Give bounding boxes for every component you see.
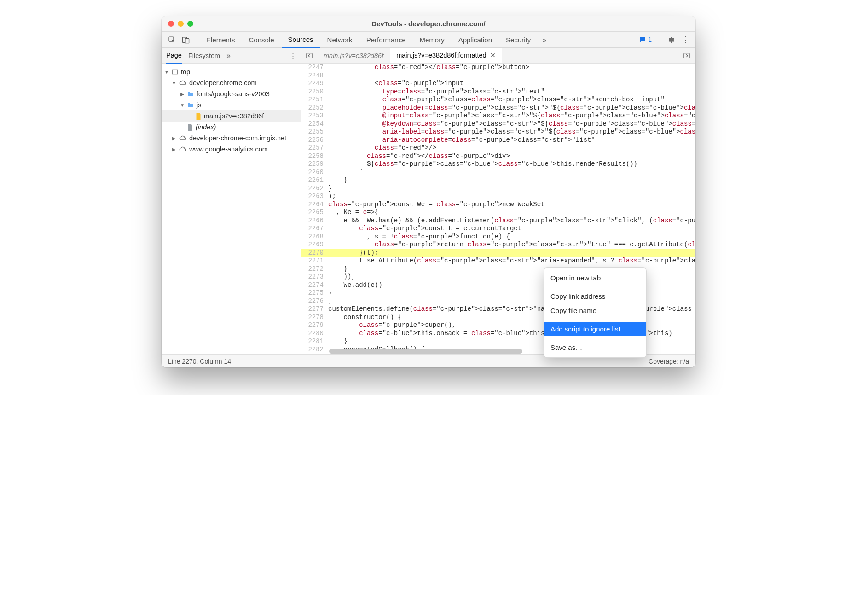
line-number[interactable]: 2254: [301, 120, 328, 128]
tab-console[interactable]: Console: [243, 32, 281, 48]
line-number[interactable]: 2258: [301, 152, 328, 160]
line-number[interactable]: 2275: [301, 289, 328, 296]
code-line[interactable]: 2265 , Ke = e=>{: [301, 209, 695, 217]
tree-node-file-selected[interactable]: main.js?v=e382d86f: [162, 110, 301, 122]
line-number[interactable]: 2253: [301, 112, 328, 119]
line-number[interactable]: 2256: [301, 136, 328, 144]
code-line[interactable]: 2270 }(t);: [301, 249, 695, 257]
code-line[interactable]: 2261 }: [301, 176, 695, 185]
navigator-more-icon[interactable]: ⋮: [290, 52, 296, 59]
tabs-overflow[interactable]: »: [538, 32, 551, 48]
line-number[interactable]: 2264: [301, 201, 328, 208]
code-line[interactable]: 2269 class="c-purple">return class="c-pu…: [301, 241, 695, 249]
horizontal-scrollbar[interactable]: [329, 349, 522, 354]
tab-network[interactable]: Network: [321, 32, 359, 48]
line-number[interactable]: 2271: [301, 257, 328, 264]
line-number[interactable]: 2268: [301, 233, 328, 240]
line-number[interactable]: 2266: [301, 217, 328, 224]
line-content: , Ke = e=>{: [328, 209, 695, 216]
tab-security[interactable]: Security: [499, 32, 537, 48]
code-line[interactable]: 2247 class="c-red"></class="c-purple">bu…: [301, 64, 695, 72]
line-number[interactable]: 2261: [301, 176, 328, 184]
tree-node-ga[interactable]: ▶ www.google-analytics.com: [162, 144, 301, 155]
line-number[interactable]: 2248: [301, 72, 328, 79]
tab-memory[interactable]: Memory: [413, 32, 451, 48]
line-number[interactable]: 2276: [301, 297, 328, 305]
tab-elements[interactable]: Elements: [200, 32, 242, 48]
code-line[interactable]: 2259 ${class="c-purple">class="c-blue">c…: [301, 160, 695, 169]
code-line[interactable]: 2271 t.setAttribute(class="c-purple">cla…: [301, 257, 695, 265]
line-number[interactable]: 2263: [301, 192, 328, 200]
file-tab-formatted[interactable]: main.js?v=e382d86f:formatted ✕: [390, 48, 502, 63]
code-line[interactable]: 2268 , s = !class="c-purple">function(e)…: [301, 233, 695, 241]
nav-back-icon[interactable]: [301, 52, 317, 59]
code-line[interactable]: 2251 class="c-purple">class=class="c-pur…: [301, 96, 695, 104]
line-number[interactable]: 2279: [301, 321, 328, 329]
code-line[interactable]: 2250 type=class="c-purple">class="c-str"…: [301, 88, 695, 96]
ctx-copy-link[interactable]: Copy link address: [544, 289, 646, 303]
line-number[interactable]: 2250: [301, 88, 328, 95]
navigator-tabs-overflow[interactable]: »: [226, 52, 231, 60]
code-line[interactable]: 2263);: [301, 192, 695, 201]
kebab-menu-icon[interactable]: ⋮: [679, 32, 692, 48]
tree-node-index[interactable]: (index): [162, 122, 301, 133]
line-number[interactable]: 2267: [301, 225, 328, 232]
line-number[interactable]: 2259: [301, 160, 328, 168]
line-number[interactable]: 2252: [301, 104, 328, 111]
line-number[interactable]: 2260: [301, 169, 328, 176]
line-number[interactable]: 2282: [301, 346, 328, 353]
tree-node-top[interactable]: ▼ top: [162, 66, 301, 77]
inspect-element-icon[interactable]: [165, 32, 178, 48]
ctx-save-as[interactable]: Save as…: [544, 340, 646, 354]
line-number[interactable]: 2280: [301, 330, 328, 337]
settings-gear-icon[interactable]: [664, 32, 677, 48]
ctx-add-ignore-list[interactable]: Add script to ignore list: [544, 322, 646, 336]
code-line[interactable]: 2267 class="c-purple">const t = e.curren…: [301, 225, 695, 233]
ctx-copy-file[interactable]: Copy file name: [544, 303, 646, 318]
navigator-tab-page[interactable]: Page: [166, 48, 182, 64]
line-number[interactable]: 2274: [301, 281, 328, 289]
tree-node-imgix[interactable]: ▶ developer-chrome-com.imgix.net: [162, 133, 301, 144]
line-number[interactable]: 2272: [301, 265, 328, 273]
line-number[interactable]: 2273: [301, 273, 328, 280]
show-debugger-icon[interactable]: [678, 52, 695, 59]
navigator-tab-filesystem[interactable]: Filesystem: [188, 48, 220, 64]
file-tree[interactable]: ▼ top ▼ developer.chrome.com ▶ fonts/goo…: [162, 64, 301, 354]
code-line[interactable]: 2254 @keydown=class="c-purple">class="c-…: [301, 120, 695, 128]
code-line[interactable]: 2257 class="c-red">/>: [301, 144, 695, 152]
code-line[interactable]: 2264class="c-purple">const We = class="c…: [301, 201, 695, 209]
line-number[interactable]: 2255: [301, 128, 328, 135]
line-number[interactable]: 2249: [301, 80, 328, 87]
line-number[interactable]: 2270: [301, 249, 328, 256]
line-number[interactable]: 2278: [301, 314, 328, 321]
tree-node-fonts[interactable]: ▶ fonts/google-sans-v2003: [162, 88, 301, 99]
close-tab-icon[interactable]: ✕: [490, 52, 496, 59]
line-number[interactable]: 2269: [301, 241, 328, 248]
tree-node-domain[interactable]: ▼ developer.chrome.com: [162, 77, 301, 88]
line-number[interactable]: 2251: [301, 96, 328, 103]
file-tab-original[interactable]: main.js?v=e382d86f: [317, 48, 390, 63]
line-number[interactable]: 2257: [301, 144, 328, 151]
code-line[interactable]: 2258 class="c-red"></class="c-purple">di…: [301, 152, 695, 161]
tab-performance[interactable]: Performance: [360, 32, 412, 48]
line-number[interactable]: 2277: [301, 305, 328, 313]
code-line[interactable]: 2262}: [301, 185, 695, 193]
line-number[interactable]: 2247: [301, 64, 328, 71]
line-number[interactable]: 2281: [301, 337, 328, 345]
code-line[interactable]: 2249 <class="c-purple">input: [301, 80, 695, 88]
code-line[interactable]: 2253 @input=class="c-purple">class="c-st…: [301, 112, 695, 120]
tab-application[interactable]: Application: [452, 32, 498, 48]
tree-node-js[interactable]: ▼ js: [162, 99, 301, 110]
code-line[interactable]: 2256 aria-autocomplete=class="c-purple">…: [301, 136, 695, 145]
ctx-open-new-tab[interactable]: Open in new tab: [544, 271, 646, 285]
line-number[interactable]: 2265: [301, 209, 328, 216]
tab-sources[interactable]: Sources: [282, 32, 320, 48]
line-number[interactable]: 2262: [301, 185, 328, 192]
code-line[interactable]: 2252 placeholder=class="c-purple">class=…: [301, 104, 695, 112]
code-line[interactable]: 2248: [301, 72, 695, 80]
code-line[interactable]: 2260 `: [301, 169, 695, 177]
issues-chip[interactable]: 1: [636, 35, 654, 44]
code-line[interactable]: 2266 e && !We.has(e) && (e.addEventListe…: [301, 217, 695, 225]
code-line[interactable]: 2255 aria-label=class="c-purple">class="…: [301, 128, 695, 136]
device-toolbar-icon[interactable]: [179, 32, 192, 48]
